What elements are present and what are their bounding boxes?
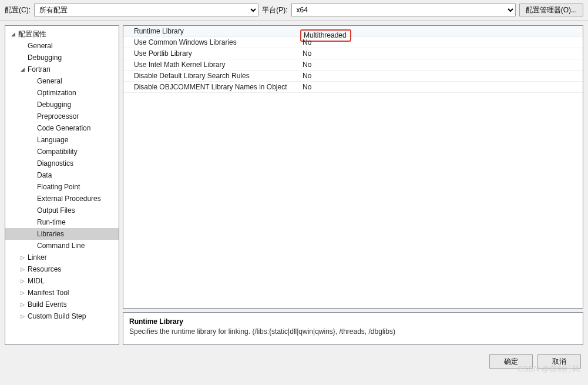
tree-item-label: Diagnostics [36, 159, 73, 168]
tree-item-libraries[interactable]: ▷Libraries [5, 228, 119, 240]
tree-item-language[interactable]: ▷Language [5, 134, 119, 146]
tree-item-debugging[interactable]: ▷Debugging [5, 99, 119, 111]
config-label: 配置(C): [5, 5, 31, 15]
description-text: Specifies the runtime library for linkin… [129, 327, 577, 336]
tree-item-output-files[interactable]: ▷Output Files [5, 205, 119, 216]
property-value[interactable]: No [303, 72, 583, 80]
property-description: Runtime Library Specifies the runtime li… [123, 312, 583, 345]
tree-item-label: Custom Build Step [26, 312, 86, 320]
caret-right-icon: ▷ [18, 313, 26, 319]
tree-item-label: Resources [26, 265, 61, 273]
tree-item-code-generation[interactable]: ▷Code Generation [5, 122, 119, 134]
property-value[interactable]: No [303, 38, 583, 46]
config-select[interactable]: 所有配置 [34, 4, 258, 16]
property-value[interactable]: No [303, 83, 583, 91]
property-tree[interactable]: ◢ 配置属性 ▷General▷Debugging◢Fortran▷Genera… [5, 25, 119, 345]
caret-right-icon: ▷ [18, 302, 26, 307]
tree-item-midl[interactable]: ▷MIDL [5, 275, 119, 287]
tree-item-label: Output Files [36, 206, 75, 215]
description-title: Runtime Library [129, 317, 577, 326]
tree-item-floating-point[interactable]: ▷Floating Point [5, 181, 119, 193]
tree-item-label: Run-time [36, 218, 66, 226]
property-row[interactable]: Use Intel Math Kernel LibraryNo [123, 59, 583, 71]
tree-item-label: Build Events [26, 300, 67, 309]
tree-item-label: Libraries [36, 230, 64, 238]
caret-right-icon: ▷ [18, 278, 26, 284]
property-label: Use Portlib Library [123, 49, 303, 58]
property-grid[interactable]: Runtime LibraryMultithreadedUse Common W… [123, 25, 583, 309]
caret-right-icon: ▷ [18, 290, 26, 296]
property-row[interactable]: Disable OBJCOMMENT Library Names in Obje… [123, 82, 583, 93]
property-value[interactable]: No [303, 61, 583, 69]
tree-item-label: Code Generation [36, 124, 90, 132]
config-toolbar: 配置(C): 所有配置 平台(P): x64 配置管理器(O)... [0, 0, 588, 21]
tree-root[interactable]: ◢ 配置属性 [5, 28, 119, 40]
tree-item-label: Debugging [36, 101, 71, 109]
property-row[interactable]: Disable Default Library Search RulesNo [123, 71, 583, 82]
tree-item-manifest-tool[interactable]: ▷Manifest Tool [5, 287, 119, 299]
cancel-button[interactable]: 取消 [537, 354, 581, 369]
tree-item-resources[interactable]: ▷Resources [5, 263, 119, 275]
tree-item-label: Language [36, 136, 68, 144]
tree-item-custom-build-step[interactable]: ▷Custom Build Step [5, 310, 119, 322]
tree-item-compatibility[interactable]: ▷Compatibility [5, 146, 119, 158]
tree-item-label: Command Line [36, 242, 85, 250]
ok-button[interactable]: 确定 [489, 354, 533, 369]
tree-item-label: External Procedures [36, 195, 101, 203]
tree-item-general[interactable]: ▷General [5, 40, 119, 52]
tree-item-label: MIDL [26, 277, 45, 285]
tree-item-debugging[interactable]: ▷Debugging [5, 52, 119, 63]
tree-item-label: General [36, 77, 62, 85]
caret-right-icon: ▷ [18, 266, 26, 272]
property-label: Use Intel Math Kernel Library [123, 61, 303, 69]
tree-item-general[interactable]: ▷General [5, 75, 119, 87]
tree-item-data[interactable]: ▷Data [5, 169, 119, 181]
property-label: Disable OBJCOMMENT Library Names in Obje… [123, 83, 303, 91]
tree-item-diagnostics[interactable]: ▷Diagnostics [5, 158, 119, 169]
platform-select[interactable]: x64 [291, 4, 516, 16]
tree-item-optimization[interactable]: ▷Optimization [5, 87, 119, 99]
tree-item-external-procedures[interactable]: ▷External Procedures [5, 193, 119, 205]
tree-item-build-events[interactable]: ▷Build Events [5, 299, 119, 310]
tree-item-label: Compatibility [36, 148, 78, 156]
tree-item-preprocessor[interactable]: ▷Preprocessor [5, 111, 119, 122]
caret-down-icon: ◢ [9, 31, 17, 37]
property-value[interactable]: No [303, 49, 583, 58]
tree-item-label: Data [36, 171, 52, 179]
tree-item-label: Fortran [26, 65, 51, 73]
tree-item-label: Optimization [36, 89, 76, 97]
tree-item-label: Linker [26, 253, 47, 262]
property-row[interactable]: Use Common Windows LibrariesNo [123, 37, 583, 48]
caret-down-icon: ◢ [18, 66, 26, 72]
tree-item-label: Debugging [26, 53, 62, 62]
tree-item-command-line[interactable]: ▷Command Line [5, 240, 119, 252]
tree-item-label: General [26, 42, 53, 50]
tree-item-label: Floating Point [36, 183, 80, 191]
property-row[interactable]: Runtime LibraryMultithreaded [123, 26, 583, 37]
property-label: Use Common Windows Libraries [123, 38, 303, 46]
config-manager-button[interactable]: 配置管理器(O)... [519, 4, 583, 16]
property-label: Disable Default Library Search Rules [123, 72, 303, 80]
tree-item-label: Manifest Tool [26, 289, 69, 297]
tree-item-fortran[interactable]: ◢Fortran [5, 63, 119, 75]
property-row[interactable]: Use Portlib LibraryNo [123, 48, 583, 59]
property-label: Runtime Library [123, 27, 303, 35]
tree-item-label: Preprocessor [36, 112, 79, 120]
dialog-footer: 确定 取消 [0, 350, 588, 369]
tree-item-linker[interactable]: ▷Linker [5, 252, 119, 263]
platform-label: 平台(P): [262, 5, 287, 15]
tree-item-run-time[interactable]: ▷Run-time [5, 216, 119, 228]
caret-right-icon: ▷ [18, 255, 26, 260]
